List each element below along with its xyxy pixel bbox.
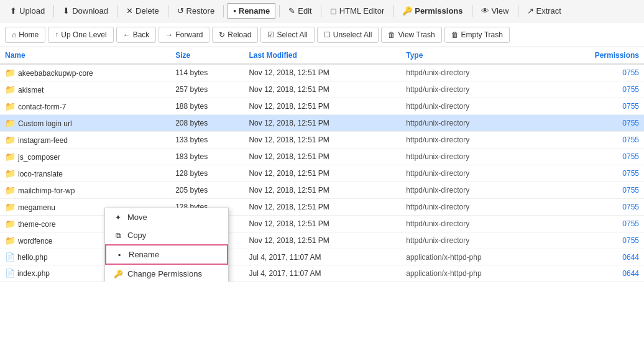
cell-type: httpd/unix-directory: [401, 199, 550, 216]
download-button[interactable]: ⬇ Download: [58, 4, 113, 18]
permissions-icon: 🔑: [402, 6, 412, 16]
up-one-level-button[interactable]: ↑ Up One Level: [48, 27, 113, 43]
table-row[interactable]: 📁instagram-feed 133 bytes Nov 12, 2018, …: [0, 132, 644, 149]
ctx-label-change-permissions: Change Permissions: [127, 269, 202, 278]
cell-perms: 0755: [550, 232, 644, 249]
table-row[interactable]: 📁akismet 257 bytes Nov 12, 2018, 12:51 P…: [0, 81, 644, 98]
forward-icon: →: [165, 30, 173, 39]
toolbar: ⬆ Upload ⬇ Download ✕ Delete ↺ Restore ▪…: [0, 0, 644, 22]
table-row[interactable]: 📁megamenu 128 bytes Nov 12, 2018, 12:51 …: [0, 199, 644, 216]
col-size[interactable]: Size: [170, 47, 244, 64]
rename-icon: ▪: [115, 250, 124, 259]
table-row[interactable]: 📁mailchimp-for-wp 205 bytes Nov 12, 2018…: [0, 182, 644, 199]
move-icon: ✦: [114, 213, 122, 222]
ctx-label-rename: Rename: [129, 250, 159, 259]
select-all-icon: ☑: [267, 30, 274, 39]
empty-trash-icon: 🗑: [451, 30, 459, 39]
up-icon: ↑: [55, 30, 58, 39]
col-type[interactable]: Type: [401, 47, 550, 64]
edit-button[interactable]: ✎ Edit: [283, 4, 316, 18]
select-all-button[interactable]: ☑ Select All: [260, 27, 314, 43]
permissions-button[interactable]: 🔑 Permissions: [397, 4, 467, 18]
folder-icon: 📁: [5, 85, 16, 94]
cell-modified: Nov 12, 2018, 12:51 PM: [244, 64, 401, 81]
empty-trash-button[interactable]: 🗑 Empty Trash: [444, 27, 510, 43]
cell-perms: 0755: [550, 81, 644, 98]
html-editor-icon: ◻: [330, 6, 337, 16]
table-row[interactable]: 📁akeebabackupwp-core 114 bytes Nov 12, 2…: [0, 64, 644, 81]
ctx-item-change-permissions[interactable]: 🔑 Change Permissions: [105, 265, 228, 282]
sep1: [53, 5, 54, 17]
cell-perms: 0755: [550, 216, 644, 232]
cell-name: 📁contact-form-7: [0, 98, 170, 115]
col-name[interactable]: Name: [0, 47, 170, 64]
cell-modified: Nov 12, 2018, 12:51 PM: [244, 115, 401, 132]
cell-modified: Nov 12, 2018, 12:51 PM: [244, 98, 401, 115]
cell-size: 183 bytes: [170, 149, 244, 165]
ctx-item-move[interactable]: ✦ Move: [105, 208, 228, 226]
folder-icon: 📁: [5, 168, 16, 178]
cell-perms: 0755: [550, 182, 644, 199]
copy-icon: ⧉: [114, 231, 122, 240]
table-row[interactable]: 📁js_composer 183 bytes Nov 12, 2018, 12:…: [0, 149, 644, 165]
back-button[interactable]: ← Back: [116, 27, 157, 43]
folder-icon: 📁: [5, 202, 16, 212]
cell-name: 📁instagram-feed: [0, 132, 170, 149]
context-menu: ✦ Move ⧉ Copy ▪ Rename 🔑 Change Permissi…: [104, 208, 229, 282]
cell-perms: 0755: [550, 132, 644, 149]
unselect-all-button[interactable]: ☐ Unselect All: [317, 27, 379, 43]
cell-name: 📁Custom login url: [0, 115, 170, 132]
sep7: [393, 5, 393, 17]
folder-icon: 📁: [5, 68, 16, 78]
upload-button[interactable]: ⬆ Upload: [5, 4, 50, 18]
cell-perms: 0755: [550, 199, 644, 216]
ctx-item-rename[interactable]: ▪ Rename: [105, 244, 228, 265]
col-perms[interactable]: Permissions: [550, 47, 644, 64]
folder-icon: 📁: [5, 185, 16, 195]
cell-perms: 0755: [550, 98, 644, 115]
table-row[interactable]: 📁Custom login url 208 bytes Nov 12, 2018…: [0, 115, 644, 132]
table-row[interactable]: 📁theme-core 82 bytes Nov 12, 2018, 12:51…: [0, 216, 644, 232]
home-icon: ⌂: [12, 30, 16, 39]
reload-button[interactable]: ↻ Reload: [212, 27, 258, 43]
extract-button[interactable]: ↗ Extract: [522, 4, 566, 18]
cell-perms: 0755: [550, 165, 644, 182]
sep5: [279, 5, 280, 17]
restore-button[interactable]: ↺ Restore: [172, 4, 220, 18]
cell-name: 📁mailchimp-for-wp: [0, 182, 170, 199]
table-row[interactable]: 📁loco-translate 128 bytes Nov 12, 2018, …: [0, 165, 644, 182]
cell-type: httpd/unix-directory: [401, 165, 550, 182]
file-icon: 📄: [5, 268, 15, 278]
cell-type: application/x-httpd-php: [401, 249, 550, 265]
table-row[interactable]: 📄index.php 28 bytes Jul 4, 2017, 11:07 A…: [0, 265, 644, 282]
file-icon: 📄: [5, 252, 15, 262]
cell-type: httpd/unix-directory: [401, 216, 550, 232]
html-editor-button[interactable]: ◻ HTML Editor: [325, 4, 389, 18]
forward-button[interactable]: → Forward: [159, 27, 209, 43]
cell-type: httpd/unix-directory: [401, 64, 550, 81]
cell-size: 114 bytes: [170, 64, 244, 81]
cell-modified: Nov 12, 2018, 12:51 PM: [244, 182, 401, 199]
download-icon: ⬇: [63, 6, 70, 16]
ctx-label-move: Move: [127, 213, 147, 222]
table-row[interactable]: 📁wordfence 170 bytes Nov 12, 2018, 12:51…: [0, 232, 644, 249]
cell-modified: Nov 12, 2018, 12:51 PM: [244, 149, 401, 165]
folder-icon: 📁: [5, 152, 16, 162]
folder-icon: 📁: [5, 219, 16, 229]
home-button[interactable]: ⌂ Home: [5, 27, 45, 43]
view-icon: 👁: [481, 6, 489, 16]
ctx-item-copy[interactable]: ⧉ Copy: [105, 226, 228, 244]
table-row[interactable]: 📁contact-form-7 188 bytes Nov 12, 2018, …: [0, 98, 644, 115]
view-button[interactable]: 👁 View: [476, 4, 514, 18]
rename-button[interactable]: ▪ Rename: [228, 3, 275, 19]
cell-size: 257 bytes: [170, 81, 244, 98]
navbar: ⌂ Home ↑ Up One Level ← Back → Forward ↻…: [0, 22, 644, 47]
delete-button[interactable]: ✕ Delete: [121, 4, 164, 18]
folder-icon: 📁: [5, 236, 16, 246]
table-row[interactable]: 📄hello.php 2.2 KB Jul 4, 2017, 11:07 AM …: [0, 249, 644, 265]
cell-modified: Nov 12, 2018, 12:51 PM: [244, 132, 401, 149]
view-trash-button[interactable]: 🗑 View Trash: [381, 27, 441, 43]
col-modified[interactable]: Last Modified: [244, 47, 401, 64]
delete-icon: ✕: [126, 6, 133, 16]
sep8: [472, 5, 472, 17]
